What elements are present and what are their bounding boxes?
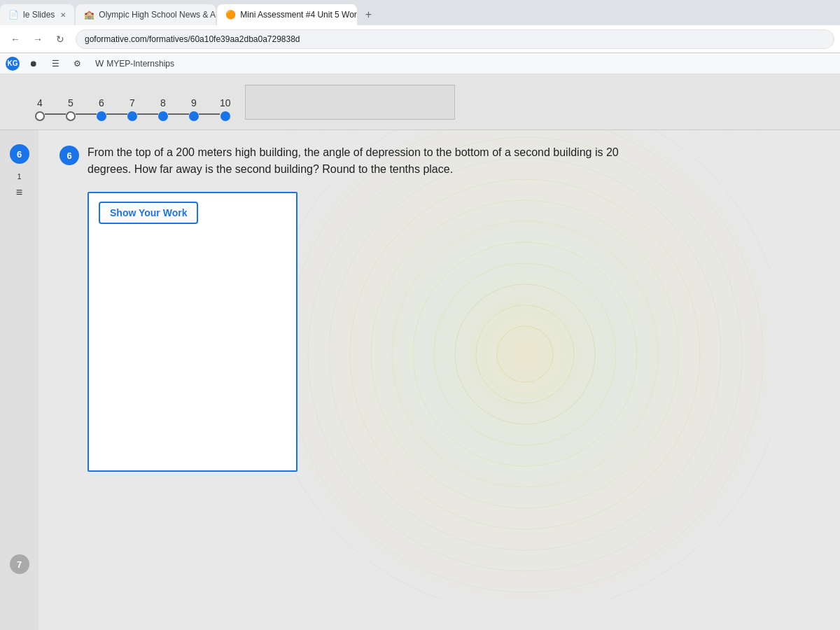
num-label-10: 10 xyxy=(220,97,231,108)
connector-6-7 xyxy=(106,113,127,115)
nav-buttons: ← → ↻ xyxy=(6,29,70,49)
num-dot-10 xyxy=(220,111,230,121)
bookmark-settings[interactable]: ⚙ xyxy=(69,57,85,70)
progress-area: 4 5 6 7 8 xyxy=(0,74,840,130)
connector-8-9 xyxy=(168,113,189,115)
num-dot-7 xyxy=(127,111,137,121)
menu-icon: ☰ xyxy=(52,59,59,69)
progress-item-7[interactable]: 7 xyxy=(127,97,137,121)
forward-button[interactable]: → xyxy=(28,29,48,49)
question-container: 6 From the top of a 200 meters high buil… xyxy=(59,144,819,472)
tab-olympic[interactable]: 🏫 Olympic High School News & Ale ✕ xyxy=(76,4,216,25)
num-dot-4 xyxy=(35,111,45,121)
settings-icon: ⚙ xyxy=(74,59,81,69)
sidebar-num-7: 7 xyxy=(10,554,29,574)
connector-5-6 xyxy=(76,113,97,115)
slides-tab-icon: 📄 xyxy=(8,10,19,20)
top-answer-input[interactable] xyxy=(245,85,455,120)
back-button[interactable]: ← xyxy=(6,29,25,49)
number-line: 4 5 6 7 8 xyxy=(35,97,231,121)
question-text: From the top of a 200 meters high buildi… xyxy=(88,144,634,178)
progress-item-4[interactable]: 4 xyxy=(35,97,45,121)
reload-button[interactable]: ↻ xyxy=(50,29,70,49)
progress-item-10[interactable]: 10 xyxy=(220,97,231,121)
bookmark-video[interactable]: ⏺ xyxy=(25,57,42,70)
sidebar-item-1: 1 xyxy=(17,172,21,181)
connector-4-5 xyxy=(45,113,66,115)
num-dot-8 xyxy=(158,111,168,121)
progress-item-9[interactable]: 9 xyxy=(189,97,199,121)
bookmark-menu[interactable]: ☰ xyxy=(48,57,64,70)
question-header: 6 From the top of a 200 meters high buil… xyxy=(59,144,819,178)
main-content-area: 6 From the top of a 200 meters high buil… xyxy=(38,130,840,630)
num-dot-9 xyxy=(189,111,199,121)
num-label-5: 5 xyxy=(68,97,74,108)
kg-avatar: KG xyxy=(6,57,20,71)
connector-9-10 xyxy=(199,113,220,115)
connector-7-8 xyxy=(137,113,158,115)
num-label-6: 6 xyxy=(99,97,104,108)
sidebar-item-6[interactable]: 6 xyxy=(10,144,29,164)
address-bar[interactable]: goformative.com/formatives/60a10fe39aa2d… xyxy=(76,29,834,49)
myep-icon: W xyxy=(95,58,104,69)
question-number: 6 xyxy=(66,150,71,161)
progress-item-5[interactable]: 5 xyxy=(66,97,76,121)
sidebar-item-menu: ≡ xyxy=(16,186,22,199)
progress-item-6[interactable]: 6 xyxy=(97,97,106,121)
question-badge: 6 xyxy=(59,146,79,165)
new-tab-button[interactable]: + xyxy=(358,5,378,24)
address-bar-row: ← → ↻ goformative.com/formatives/60a10fe… xyxy=(0,25,840,53)
tab-assessment[interactable]: 🟠 Mini Assessment #4 Unit 5 Work ✕ xyxy=(217,4,357,25)
show-work-button[interactable]: Show Your Work xyxy=(99,202,198,224)
tab-bar: 📄 le Slides ✕ 🏫 Olympic High School News… xyxy=(0,0,840,25)
bookmarks-bar: KG ⏺ ☰ ⚙ W MYEP-Internships xyxy=(0,53,840,74)
num-dot-6 xyxy=(97,111,106,121)
tab-close-slides[interactable]: ✕ xyxy=(60,11,66,19)
num-label-9: 9 xyxy=(191,97,197,108)
num-label-8: 8 xyxy=(160,97,166,108)
tab-slides[interactable]: 📄 le Slides ✕ xyxy=(0,4,74,25)
myep-label: MYEP-Internships xyxy=(106,59,174,69)
left-sidebar: 6 1 ≡ 7 xyxy=(0,130,38,630)
num-label-4: 4 xyxy=(37,97,43,108)
num-dot-5 xyxy=(66,111,76,121)
sidebar-item-7[interactable]: 7 xyxy=(10,554,29,574)
olympic-tab-icon: 🏫 xyxy=(84,10,94,20)
page-content: 4 5 6 7 8 xyxy=(0,74,840,630)
video-icon: ⏺ xyxy=(29,59,38,69)
bookmark-myep[interactable]: W MYEP-Internships xyxy=(91,57,178,70)
address-text: goformative.com/formatives/60a10fe39aa2d… xyxy=(85,34,300,44)
assessment-tab-icon: 🟠 xyxy=(225,10,236,20)
answer-box[interactable]: Show Your Work xyxy=(88,192,298,472)
num-label-7: 7 xyxy=(130,97,135,108)
progress-item-8[interactable]: 8 xyxy=(158,97,168,121)
